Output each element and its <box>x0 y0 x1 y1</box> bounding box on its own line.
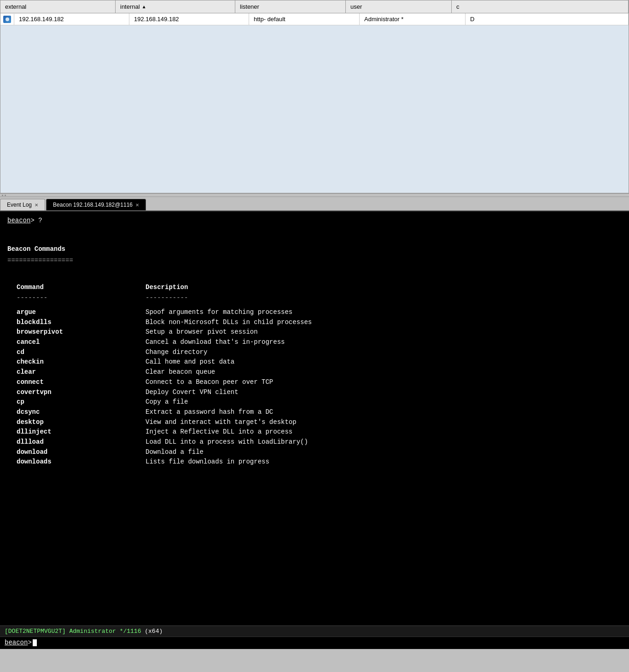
cmd-row: blockdllsBlock non-Microsoft DLLs in chi… <box>17 318 629 328</box>
cmd-name: checkin <box>17 357 146 367</box>
cmd-name: connect <box>17 377 146 388</box>
resize-dot-1 <box>2 195 3 196</box>
cmd-desc: Cancel a download that's in-progress <box>146 337 285 348</box>
terminal-spacer <box>7 231 622 241</box>
cell-user: Administrator * <box>360 13 466 25</box>
col-header-user[interactable]: user <box>346 0 452 13</box>
cmd-row: checkinCall home and post data <box>17 357 629 367</box>
prompt-beacon-text: beacon <box>7 217 30 224</box>
bottom-prompt-beacon: beacon <box>5 639 28 646</box>
cmd-desc: Clear beacon queue <box>146 367 215 377</box>
cmd-desc: Download a file <box>146 447 204 458</box>
cmd-name: downloads <box>17 457 146 467</box>
cmd-name: dllinject <box>17 427 146 437</box>
cell-listener: http- default <box>249 13 360 25</box>
tab-event-log[interactable]: Event Log ✕ <box>0 199 45 210</box>
cmd-desc: Extract a password hash from a DC <box>146 407 273 417</box>
cmd-header-row: Command Description <box>17 283 629 292</box>
cmd-desc: Block non-Microsoft DLLs in child proces… <box>146 318 312 328</box>
tab-beacon-label: Beacon 192.168.149.182@1116 <box>53 202 133 208</box>
cmd-row: dllinjectInject a Reflective DLL into a … <box>17 427 629 437</box>
table-empty-area <box>0 25 629 182</box>
cmd-col-header: Command <box>17 283 146 292</box>
cmd-name: cancel <box>17 337 146 348</box>
cmd-row: cancelCancel a download that's in-progre… <box>17 337 629 348</box>
cmd-name: covertvpn <box>17 388 146 398</box>
resize-handle[interactable] <box>0 193 629 197</box>
cmd-row: downloadsLists file downloads in progres… <box>17 457 629 467</box>
cmd-desc: Setup a browser pivot session <box>146 327 258 337</box>
cmd-row: dcsyncExtract a password hash from a DC <box>17 407 629 417</box>
cmd-desc: Copy a file <box>146 397 188 407</box>
cmd-row: clearClear beacon queue <box>17 367 629 377</box>
cmd-row: cdChange directory <box>17 348 629 358</box>
desc-col-header: Description <box>146 283 188 292</box>
tab-event-log-close[interactable]: ✕ <box>35 203 38 208</box>
cmd-desc: Inject a Reflective DLL into a process <box>146 427 292 437</box>
bottom-prompt[interactable]: beacon> <box>0 637 629 649</box>
resize-dot-2 <box>5 195 6 196</box>
beacon-row-icon <box>0 14 14 25</box>
tab-beacon[interactable]: Beacon 192.168.149.182@1116 ✕ <box>46 199 146 210</box>
sort-arrow-icon: ▲ <box>142 4 146 9</box>
cmd-desc: Spoof arguments for matching processes <box>146 307 292 318</box>
terminal-area[interactable]: beacon> ? Beacon Commands ==============… <box>0 211 629 626</box>
desc-col-divider: ----------- <box>146 293 188 303</box>
cmd-desc: Deploy Covert VPN client <box>146 388 239 398</box>
cmd-row: argueSpoof arguments for matching proces… <box>17 307 629 318</box>
cmd-desc: Load DLL into a process with LoadLibrary… <box>146 437 308 447</box>
tab-event-log-label: Event Log <box>7 202 32 208</box>
cmd-name: browserpivot <box>17 327 146 337</box>
cmd-desc: View and interact with target's desktop <box>146 417 297 428</box>
spacer2 <box>7 273 622 283</box>
tab-bar: Event Log ✕ Beacon 192.168.149.182@1116 … <box>0 197 629 211</box>
col-header-internal[interactable]: internal ▲ <box>116 0 235 13</box>
tab-beacon-close[interactable]: ✕ <box>135 203 139 208</box>
cmd-name: clear <box>17 367 146 377</box>
cell-external: 192.168.149.182 <box>14 13 129 25</box>
cmd-desc: Connect to a Beacon peer over TCP <box>146 377 273 388</box>
col-internal-label: internal <box>120 3 140 10</box>
cmd-row: cpCopy a file <box>17 397 629 407</box>
beacon-commands-title: Beacon Commands <box>7 244 622 254</box>
cmd-name: dcsync <box>17 407 146 417</box>
cmd-name: blockdlls <box>17 318 146 328</box>
col-header-listener[interactable]: listener <box>235 0 346 13</box>
cmd-name: dllload <box>17 437 146 447</box>
cmd-row: dllloadLoad DLL into a process with Load… <box>17 437 629 447</box>
cmd-desc: Call home and post data <box>146 357 234 367</box>
cmd-name: cp <box>17 397 146 407</box>
table-row[interactable]: 192.168.149.182 192.168.149.182 http- de… <box>0 13 629 25</box>
section-divider: ================= <box>7 256 622 266</box>
status-bar: [DOET2NETPMVGU2T] Administrator */1116 (… <box>0 626 629 637</box>
cell-computer: D <box>466 13 629 25</box>
cmd-divider-row: -------- ----------- <box>17 293 629 303</box>
cmd-col-divider: -------- <box>17 293 146 303</box>
commands-list: argueSpoof arguments for matching proces… <box>17 307 629 467</box>
cmd-row: downloadDownload a file <box>17 447 629 458</box>
beacon-table-area: external internal ▲ listener user c 192.… <box>0 0 629 193</box>
cmd-name: argue <box>17 307 146 318</box>
col-header-external[interactable]: external <box>0 0 116 13</box>
beacon-icon <box>3 16 11 23</box>
cmd-row: connectConnect to a Beacon peer over TCP <box>17 377 629 388</box>
cmd-name: desktop <box>17 417 146 428</box>
cmd-desc: Lists file downloads in progress <box>146 457 269 467</box>
cmd-name: download <box>17 447 146 458</box>
cmd-name: cd <box>17 348 146 358</box>
cell-internal: 192.168.149.182 <box>129 13 249 25</box>
cmd-desc: Change directory <box>146 348 207 358</box>
table-header: external internal ▲ listener user c <box>0 0 629 13</box>
status-highlight: [DOET2NETPMVGU2T] Administrator */1116 <box>5 628 141 635</box>
prompt-symbol: > ? <box>30 217 42 224</box>
cursor-block <box>33 639 37 646</box>
cmd-row: covertvpnDeploy Covert VPN client <box>17 388 629 398</box>
cmd-row: desktopView and interact with target's d… <box>17 417 629 428</box>
terminal-initial-prompt: beacon> ? <box>7 216 622 226</box>
cmd-row: browserpivotSetup a browser pivot sessio… <box>17 327 629 337</box>
bottom-prompt-arrow: > <box>28 639 31 646</box>
status-suffix: (x64) <box>141 628 163 635</box>
col-header-computer[interactable]: c <box>452 0 629 13</box>
command-table: Command Description -------- -----------… <box>17 283 629 467</box>
